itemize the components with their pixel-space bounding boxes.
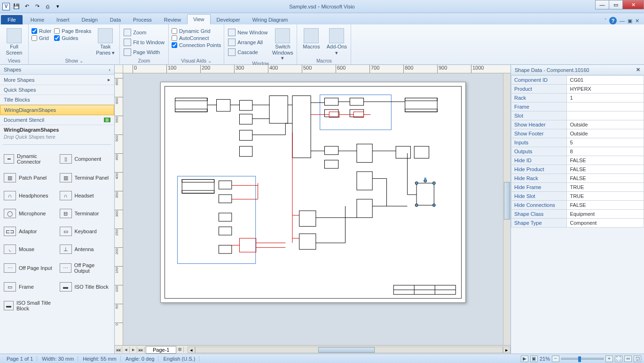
shape-master[interactable]: ◯Microphone [2,208,57,219]
minimize-button[interactable]: — [595,0,609,9]
shape-data-value[interactable]: Equipment [567,210,644,219]
shape-data-value[interactable]: FALSE [567,165,644,174]
fit-width-icon[interactable]: ⇔ [624,355,632,362]
shape-master[interactable]: ⊟Terminator [58,208,113,219]
shape-data-header[interactable]: Shape Data - Component.10160✕ [511,65,644,75]
shape-data-value[interactable]: 5 [567,138,644,147]
shape-data-row[interactable]: Show FooterOutside [511,129,644,138]
mdi-restore-icon[interactable]: ▣ [628,18,632,24]
tab-view[interactable]: View [187,14,211,24]
collapse-icon[interactable]: ‹ [109,67,110,72]
shape-master[interactable]: ∩Headphones [2,190,57,201]
tab-file[interactable]: File [1,15,23,24]
quick-shapes-item[interactable]: Quick Shapes [0,85,114,95]
shape-master[interactable]: ◟Mouse [2,244,57,255]
shape-master[interactable]: ▥Patch Panel [2,172,57,183]
shapes-header[interactable]: Shapes‹ [0,65,114,75]
shape-master[interactable]: ⋯Off Page Output [58,261,113,275]
guides-checkbox[interactable]: Guides [54,35,91,41]
mdi-minimize-icon[interactable]: — [620,18,625,24]
shape-data-value[interactable]: 8 [567,147,644,156]
mdi-close-icon[interactable]: ✕ [635,18,639,24]
shape-master[interactable]: ━Dynamic Connector [2,152,57,166]
page-width-button[interactable]: Page Width [123,48,165,56]
shape-data-row[interactable]: ProductHYPERX [511,85,644,94]
shape-data-row[interactable]: Hide RackFALSE [511,174,644,183]
vertical-scrollbar[interactable] [503,73,510,345]
hscroll-thumb[interactable] [318,347,375,353]
qat-print-icon[interactable]: ⎙ [43,2,52,11]
title-blocks-item[interactable]: Title Blocks [0,95,114,105]
page[interactable] [160,82,466,303]
drawing-canvas[interactable] [123,73,503,345]
vscroll-thumb[interactable] [504,182,510,220]
tab-design[interactable]: Design [76,15,104,24]
shape-data-value[interactable] [567,111,644,120]
page-nav-next-icon[interactable]: ▸ [130,347,137,353]
shape-data-row[interactable]: Rack1 [511,94,644,103]
shape-master[interactable]: ▭Frame [2,281,57,292]
more-shapes-item[interactable]: More Shapes▸ [0,75,114,85]
pan-zoom-icon[interactable]: ◲ [634,355,641,362]
fit-to-window-button[interactable]: Fit to Window [123,38,165,47]
macros-button[interactable]: Macros [300,27,322,49]
tab-insert[interactable]: Insert [50,15,76,24]
status-language[interactable]: English (U.S.) [159,356,199,362]
tab-wiring-diagram[interactable]: Wiring Diagram [246,15,294,24]
close-panel-icon[interactable]: ✕ [636,67,640,73]
switch-windows-button[interactable]: SwitchWindows ▾ [271,27,294,61]
zoom-slider-handle[interactable] [578,356,581,362]
presentation-mode-icon[interactable]: ▣ [530,355,538,362]
tab-data[interactable]: Data [104,15,127,24]
shape-master[interactable]: ▬ISO Small Title Block [2,299,57,312]
shape-data-value[interactable]: CG01 [567,76,644,85]
zoom-in-button[interactable]: + [605,355,613,362]
page-nav-first-icon[interactable]: ⏮ [115,347,122,353]
shape-data-value[interactable]: FALSE [567,156,644,165]
ribbon-min-chevron-icon[interactable]: ˆ [605,18,606,24]
shape-data-row[interactable]: Frame [511,103,644,111]
page-tab-add-icon[interactable]: ✲ [176,347,184,353]
shape-data-value[interactable]: TRUE [567,192,644,201]
horizontal-scrollbar[interactable] [195,347,503,353]
addons-button[interactable]: Add-Ons▾ [325,27,348,55]
shape-data-value[interactable]: 1 [567,94,644,103]
shape-data-value[interactable]: Outside [567,129,644,138]
shape-data-row[interactable]: Show HeaderOutside [511,120,644,129]
close-button[interactable]: ✕ [622,0,644,9]
tab-home[interactable]: Home [24,15,50,24]
tab-developer[interactable]: Developer [211,15,246,24]
connection-points-checkbox[interactable]: Connection Points [172,42,221,48]
zoom-slider[interactable] [561,358,604,360]
page-nav-prev-icon[interactable]: ◂ [122,347,130,353]
qat-save-icon[interactable]: 💾 [12,2,21,11]
shape-data-value[interactable]: Outside [567,120,644,129]
tab-process[interactable]: Process [127,15,158,24]
zoom-button[interactable]: Zoom [123,28,165,37]
qat-more-icon[interactable]: ▾ [54,2,62,11]
shape-data-row[interactable]: Hide SlotTRUE [511,192,644,201]
shape-data-row[interactable]: Hide ConnectionsFALSE [511,201,644,210]
ruler-checkbox[interactable]: Ruler [31,28,51,34]
shape-data-row[interactable]: Shape ClassEquipment [511,210,644,219]
shape-data-value[interactable]: Component [567,219,644,228]
shape-data-row[interactable]: Inputs5 [511,138,644,147]
shape-master[interactable]: ⋯Off Page Input [2,261,57,275]
full-screen-button[interactable]: FullScreen [3,27,25,55]
shape-data-value[interactable]: FALSE [567,174,644,183]
tab-review[interactable]: Review [158,15,187,24]
shape-data-value[interactable]: TRUE [567,183,644,192]
shape-data-row[interactable]: Component IDCG01 [511,76,644,85]
document-stencil-item[interactable]: Document Stencil⊞ [0,115,114,125]
dynamic-grid-checkbox[interactable]: Dynamic Grid [172,28,221,34]
hscroll-left-icon[interactable]: ◂ [188,347,195,353]
page-nav-last-icon[interactable]: ⏭ [137,347,145,353]
shape-master[interactable]: ▥Terminal Panel [58,172,113,183]
shape-data-row[interactable]: Hide IDFALSE [511,156,644,165]
fit-page-icon[interactable]: ⛶ [615,355,622,362]
shape-master[interactable]: ▭Keyboard [58,226,113,237]
arrange-all-button[interactable]: Arrange All [227,38,268,47]
shape-data-row[interactable]: Hide ProductFALSE [511,165,644,174]
shape-master[interactable]: ▯Component [58,152,113,166]
pagebreaks-checkbox[interactable]: Page Breaks [54,28,91,34]
